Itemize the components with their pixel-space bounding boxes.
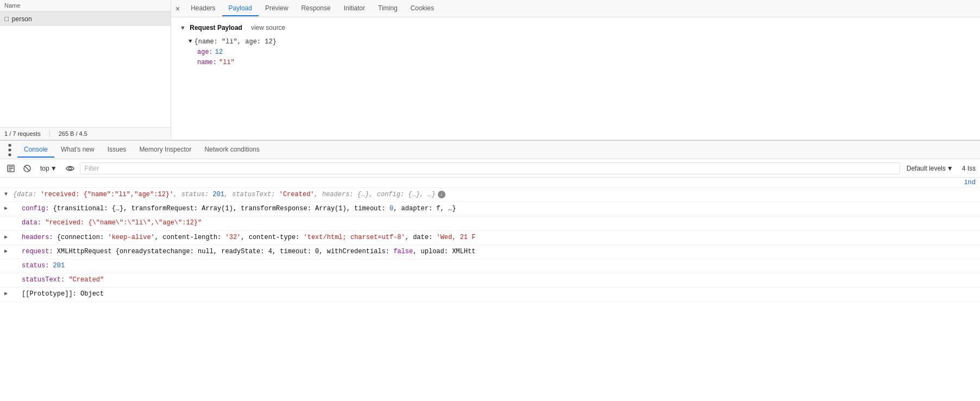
- tree-age-value: 12: [215, 47, 223, 58]
- payload-tree: ▼ {name: "li", age: 12} age: 12 name: "l…: [180, 37, 971, 68]
- console-line-statustext: statusText: "Created": [0, 273, 980, 287]
- tree-toggle-root[interactable]: ▼: [189, 37, 192, 47]
- config-value: {transitional: {…}, transformRequest: Ar…: [49, 205, 390, 212]
- data-value: "received: {\"name\":\"li\",\"age\":12}": [41, 219, 202, 227]
- tab-response[interactable]: Response: [295, 1, 337, 16]
- context-label: top: [40, 165, 49, 172]
- network-panel: Name □ person 1 / 7 requests 265 B / 4.5…: [0, 0, 980, 140]
- preserve-log-button[interactable]: [21, 162, 34, 175]
- tab-initiator[interactable]: Initiator: [337, 1, 372, 16]
- tab-network-conditions[interactable]: Network conditions: [198, 142, 266, 158]
- levels-label: Default levels: [907, 165, 946, 172]
- console-status-num: 201: [212, 191, 224, 198]
- tab-console[interactable]: Console: [17, 142, 54, 158]
- tab-payload[interactable]: Payload: [222, 1, 259, 16]
- config-rest: , adapter: f, …}: [393, 205, 456, 212]
- data-key: data:: [22, 219, 41, 227]
- statustext-key: statusText:: [22, 276, 65, 284]
- eye-icon: [66, 164, 74, 173]
- close-button[interactable]: ×: [175, 4, 180, 13]
- tab-memory-inspector[interactable]: Memory Inspector: [133, 142, 198, 158]
- ind-link-row: ind: [0, 178, 980, 188]
- tree-root-text: {name: "li", age: 12}: [194, 37, 277, 47]
- headers-mid1: , content-length:: [155, 234, 225, 241]
- tab-whats-new[interactable]: What's new: [54, 142, 101, 158]
- request-rest: , upload: XMLHtt: [413, 248, 475, 255]
- console-line-headers[interactable]: headers: {connection: 'keep-alive', cont…: [0, 231, 980, 245]
- headers-key: headers:: [22, 234, 53, 241]
- filter-input[interactable]: [80, 162, 900, 174]
- svg-point-1: [8, 148, 11, 151]
- clear-console-button[interactable]: [4, 162, 17, 175]
- network-sidebar: Name □ person 1 / 7 requests 265 B / 4.5: [0, 0, 171, 140]
- svg-line-8: [25, 166, 30, 171]
- context-arrow: ▼: [51, 165, 57, 172]
- tree-name-key: name:: [197, 58, 217, 68]
- headers-value: {connection:: [53, 234, 108, 241]
- dots-vertical-icon: [2, 142, 17, 158]
- info-icon[interactable]: i: [438, 191, 445, 198]
- tree-name-row: name: "li": [180, 58, 971, 68]
- tab-issues[interactable]: Issues: [101, 142, 133, 158]
- svg-point-2: [8, 153, 11, 156]
- live-expressions-button[interactable]: [64, 162, 77, 175]
- tab-cookies[interactable]: Cookies: [404, 1, 441, 16]
- config-key: config:: [22, 205, 49, 212]
- console-line-prototype[interactable]: [[Prototype]]: Object: [0, 287, 980, 302]
- tab-headers[interactable]: Headers: [184, 1, 222, 16]
- headers-date-val: 'Wed, 21 F: [436, 234, 475, 241]
- console-line-prefix: {data:: [13, 191, 40, 198]
- console-data-value: 'received: {"name":"li","age":12}': [40, 191, 173, 198]
- network-sidebar-item[interactable]: □ person: [0, 11, 171, 26]
- status-bar: 1 / 7 requests 265 B / 4.5: [0, 127, 171, 140]
- request-value: XMLHttpRequest {onreadystatechange: null…: [53, 248, 394, 255]
- headers-connection-val: 'keep-alive': [108, 234, 154, 241]
- console-status-sep: , status:: [173, 191, 212, 198]
- console-line-config[interactable]: config: {transitional: {…}, transformReq…: [0, 202, 980, 216]
- issues-badge: 4 Iss: [962, 165, 976, 172]
- headers-content-type-val: 'text/html; charset=utf-8': [304, 234, 405, 241]
- tab-preview[interactable]: Preview: [259, 1, 295, 16]
- network-tabs-bar: × Headers Payload Preview Response Initi…: [171, 0, 980, 17]
- default-levels-button[interactable]: Default levels ▼: [903, 164, 957, 173]
- svg-point-9: [68, 167, 71, 170]
- console-panel: Console What's new Issues Memory Inspect…: [0, 140, 980, 401]
- network-sidebar-header: Name: [0, 0, 171, 11]
- console-line-data: data: "received: {\"name\":\"li\",\"age\…: [0, 216, 980, 230]
- statustext-value: "Created": [65, 276, 104, 284]
- sidebar-header-label: Name: [4, 2, 20, 9]
- view-source-link[interactable]: view source: [251, 24, 285, 32]
- request-key: request:: [22, 248, 53, 255]
- request-with-credentials: false: [393, 248, 413, 255]
- console-output: ind {data: 'received: {"name":"li","age"…: [0, 178, 980, 401]
- levels-arrow: ▼: [947, 165, 953, 172]
- clear-icon: [7, 164, 15, 173]
- payload-title: ▼ Request Payload view source: [180, 24, 971, 32]
- ind-link[interactable]: ind: [964, 179, 976, 186]
- headers-mid2: , content-type:: [241, 234, 303, 241]
- request-name: person: [12, 15, 32, 23]
- context-selector[interactable]: top ▼: [37, 164, 60, 173]
- prototype-value: Object: [77, 290, 104, 298]
- payload-content: ▼ Request Payload view source ▼ {name: "…: [171, 17, 980, 140]
- status-key: status:: [22, 262, 49, 270]
- requests-count: 1 / 7 requests: [4, 130, 41, 137]
- console-line-request[interactable]: request: XMLHttpRequest {onreadystatecha…: [0, 245, 980, 259]
- console-statustext-val: 'Created': [279, 191, 315, 198]
- headers-length-val: '32': [225, 234, 241, 241]
- tree-age-row: age: 12: [180, 47, 971, 58]
- console-toolbar: top ▼ Default levels ▼ 4 Iss: [0, 159, 980, 178]
- headers-mid3: , date:: [405, 234, 437, 241]
- console-statustext-sep: , statusText:: [224, 191, 279, 198]
- prototype-key: [[Prototype]]:: [22, 290, 77, 298]
- console-line-main[interactable]: {data: 'received: {"name":"li","age":12}…: [0, 188, 980, 202]
- section-title-text: Request Payload: [190, 24, 242, 32]
- console-line-status: status: 201: [0, 259, 980, 273]
- console-rest: , headers: {…}, config: {…}, …}: [315, 191, 436, 198]
- payload-section-title: ▼ Request Payload: [180, 24, 242, 32]
- transfer-size: 265 B / 4.5: [49, 130, 87, 137]
- tree-root-row[interactable]: ▼ {name: "li", age: 12}: [180, 37, 971, 47]
- more-options-button[interactable]: [2, 142, 17, 158]
- tab-timing[interactable]: Timing: [372, 1, 404, 16]
- network-content: × Headers Payload Preview Response Initi…: [171, 0, 980, 140]
